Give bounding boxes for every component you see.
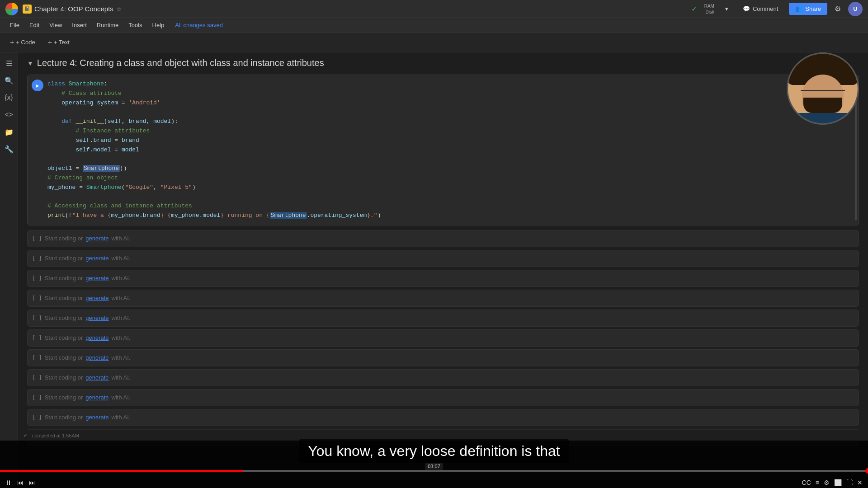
- empty-cell-1[interactable]: [ ] Start coding or generate with AI.: [27, 230, 859, 247]
- check-icon: ✓: [691, 5, 697, 13]
- lecture-header: ▼ Lecture 4: Creating a class and object…: [27, 58, 859, 68]
- ram-info: RAM Disk: [704, 3, 714, 15]
- sidebar-icon-menu[interactable]: ☰: [2, 56, 16, 70]
- video-subtitle: You know, a very loose definition is tha…: [299, 439, 569, 463]
- generate-link-3[interactable]: generate: [85, 275, 108, 282]
- video-overlay[interactable]: You know, a very loose definition is tha…: [0, 441, 868, 488]
- generate-link-10[interactable]: generate: [85, 414, 108, 421]
- video-progress-bar[interactable]: [0, 470, 868, 472]
- add-text-label: + Text: [54, 39, 70, 46]
- add-text-button[interactable]: + + Text: [43, 36, 74, 49]
- face-beard: [803, 98, 842, 113]
- captions-button[interactable]: CC: [802, 479, 811, 486]
- cell-placeholder: Start coding or: [45, 235, 83, 242]
- menu-runtime[interactable]: Runtime: [92, 20, 123, 30]
- lecture-title: Lecture 4: Creating a class and object w…: [37, 58, 324, 68]
- cell-bracket: [ ]: [32, 414, 42, 421]
- doc-title: Chapter 4: OOP Concepts: [34, 5, 113, 13]
- comment-icon: 💬: [743, 5, 750, 12]
- presenter-avatar: [787, 52, 859, 125]
- toolbar: + + Code + + Text: [0, 33, 868, 52]
- plus-icon: +: [10, 38, 14, 47]
- empty-cell-6[interactable]: [ ] Start coding or generate with AI.: [27, 329, 859, 347]
- empty-cell-7[interactable]: [ ] Start coding or generate with AI.: [27, 349, 859, 366]
- skip-fwd-button[interactable]: ⏭: [29, 479, 35, 486]
- code-cell-main: ▶ class Smartphone: # Class attribute op…: [27, 75, 859, 225]
- empty-cell-9[interactable]: [ ] Start coding or generate with AI.: [27, 389, 859, 406]
- settings-button-video[interactable]: ⚙: [824, 479, 830, 486]
- status-text: completed at 1:55AM: [32, 433, 79, 438]
- cell-bracket: [ ]: [32, 255, 42, 262]
- sidebar-icon-snippets[interactable]: <>: [2, 108, 16, 122]
- generate-link[interactable]: generate: [85, 235, 108, 242]
- presenter-face: [788, 54, 858, 123]
- menu-insert[interactable]: Insert: [67, 20, 91, 30]
- menu-help[interactable]: Help: [148, 20, 169, 30]
- settings-button[interactable]: ⚙: [835, 5, 841, 13]
- empty-cell-8[interactable]: [ ] Start coding or generate with AI.: [27, 369, 859, 386]
- code-editor[interactable]: class Smartphone: # Class attribute oper…: [47, 75, 859, 225]
- topbar: 📓 Chapter 4: OOP Concepts ☆ ✓ RAM Disk ▾…: [0, 0, 868, 18]
- theater-button[interactable]: ⬜: [834, 479, 842, 486]
- user-avatar[interactable]: U: [848, 2, 863, 16]
- save-status: All changes saved: [175, 22, 223, 28]
- plus-icon-2: +: [48, 38, 52, 47]
- empty-cell-10[interactable]: [ ] Start coding or generate with AI.: [27, 409, 859, 426]
- sidebar-icon-search[interactable]: 🔍: [2, 73, 16, 88]
- star-icon[interactable]: ☆: [116, 5, 122, 13]
- menu-edit[interactable]: Edit: [25, 20, 44, 30]
- add-code-button[interactable]: + + Code: [5, 36, 40, 49]
- video-progress-dot: [865, 468, 868, 474]
- transcript-button[interactable]: ≡: [816, 479, 819, 486]
- generate-link-7[interactable]: generate: [85, 354, 108, 361]
- video-progress-fill: [0, 470, 243, 472]
- menu-view[interactable]: View: [45, 20, 66, 30]
- sidebar-icon-variables[interactable]: {x}: [2, 90, 16, 105]
- people-icon: 👥: [795, 5, 802, 12]
- topbar-actions: ✓ RAM Disk ▾ 💬 Comment 👥 Share ⚙ U: [691, 2, 863, 16]
- title-area: 📓 Chapter 4: OOP Concepts ☆: [23, 5, 352, 14]
- cell-bracket: [ ]: [32, 355, 42, 361]
- share-button[interactable]: 👥 Share: [789, 3, 827, 15]
- empty-cell-5[interactable]: [ ] Start coding or generate with AI.: [27, 310, 859, 327]
- menubar: File Edit View Insert Runtime Tools Help…: [0, 18, 868, 33]
- doc-icon: 📓: [23, 5, 32, 14]
- empty-cell-4[interactable]: [ ] Start coding or generate with AI.: [27, 290, 859, 307]
- add-code-label: + Code: [16, 39, 35, 46]
- generate-link-2[interactable]: generate: [85, 255, 108, 262]
- sidebar-icon-files[interactable]: 📁: [2, 125, 16, 139]
- cell-suffix: with AI.: [112, 235, 131, 242]
- generate-link-4[interactable]: generate: [85, 295, 108, 301]
- cell-bracket: [ ]: [32, 375, 42, 381]
- run-button[interactable]: ▶: [32, 80, 43, 91]
- video-controls: ⏸ ⏮ ⏭ CC ≡ ⚙ ⬜ ⛶ ✕: [0, 479, 868, 486]
- collapse-icon[interactable]: ▼: [27, 60, 33, 67]
- menu-tools[interactable]: Tools: [124, 20, 146, 30]
- generate-link-6[interactable]: generate: [85, 334, 108, 341]
- sidebar-icon-tools[interactable]: 🔧: [2, 142, 16, 156]
- cell-bracket: [ ]: [32, 295, 42, 301]
- status-check-icon: ✓: [24, 432, 28, 438]
- cell-controls: ▶: [28, 75, 47, 225]
- video-ctrl-right: CC ≡ ⚙ ⬜ ⛶ ✕: [802, 479, 863, 486]
- empty-cell-2[interactable]: [ ] Start coding or generate with AI.: [27, 250, 859, 267]
- cell-bracket: [ ]: [32, 315, 42, 321]
- generate-link-5[interactable]: generate: [85, 314, 108, 321]
- menu-file[interactable]: File: [5, 20, 24, 30]
- face-shirt: [788, 113, 858, 123]
- cell-bracket: [ ]: [32, 235, 42, 242]
- cell-bracket: [ ]: [32, 394, 42, 401]
- fullscreen-button[interactable]: ⛶: [846, 479, 853, 486]
- main-content: ▼ Lecture 4: Creating a class and object…: [18, 52, 868, 488]
- dropdown-button[interactable]: ▾: [722, 4, 732, 14]
- comment-button[interactable]: 💬 Comment: [739, 4, 782, 14]
- skip-back-button[interactable]: ⏮: [17, 479, 24, 486]
- play-pause-button[interactable]: ⏸: [5, 479, 12, 486]
- empty-cell-3[interactable]: [ ] Start coding or generate with AI.: [27, 270, 859, 287]
- left-sidebar: ☰ 🔍 {x} <> 📁 🔧: [0, 52, 18, 488]
- generate-link-8[interactable]: generate: [85, 374, 108, 381]
- generate-link-9[interactable]: generate: [85, 394, 108, 401]
- close-video-button[interactable]: ✕: [857, 479, 863, 486]
- cell-bracket: [ ]: [32, 335, 42, 341]
- video-timestamp: 03:07: [425, 463, 443, 470]
